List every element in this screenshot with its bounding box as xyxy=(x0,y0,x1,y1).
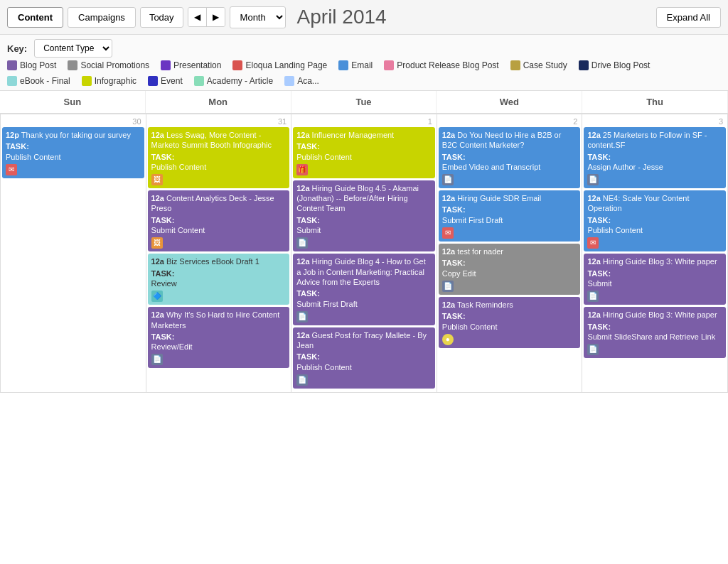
event-time: 12a xyxy=(151,310,164,319)
content-type-select[interactable]: Content Type xyxy=(34,39,112,58)
event-time: 12a xyxy=(151,131,164,139)
legend-color-drive-blog xyxy=(579,60,589,70)
legend-label-eloqua: Eloqua Landing Page xyxy=(245,60,327,70)
doc-icon: 📄 xyxy=(587,174,599,185)
legend-color-infographic xyxy=(82,76,92,86)
event-title: Hiring Guide Blog 4.5 - Akamai (Jonathan… xyxy=(296,184,419,213)
calendar-day-3: 3 12a 25 Marketers to Follow in SF - con… xyxy=(582,114,728,393)
task-name: Submit xyxy=(296,225,432,235)
event-title: Hiring Guide Blog 4 - How to Get a Job i… xyxy=(296,257,426,286)
task-name: Submit xyxy=(587,278,722,288)
legend-color-presentation xyxy=(161,60,171,70)
event-time: 12a xyxy=(296,331,309,340)
legend-product-release: Product Release Blog Post xyxy=(384,60,498,70)
legend-email: Email xyxy=(338,60,373,70)
page-title: April 2014 xyxy=(297,6,645,28)
event-hiring-blog3-slideshare[interactable]: 12a Hiring Guide Blog 3: White paper TAS… xyxy=(584,307,726,358)
legend-presentation: Presentation xyxy=(161,60,221,70)
event-time: 12a xyxy=(587,131,600,139)
task-name: Publish Content xyxy=(6,152,141,162)
key-bar: Key: Content Type Blog Post Social Promo… xyxy=(0,35,728,91)
event-hard-hire[interactable]: 12a Why It's So Hard to Hire Content Mar… xyxy=(148,307,290,368)
event-time: 12a xyxy=(442,131,455,139)
doc-icon: 📄 xyxy=(442,281,454,292)
task-label: TASK: xyxy=(151,332,287,342)
legend-color-social xyxy=(68,60,77,70)
event-guest-post-tracy[interactable]: 12a Guest Post for Tracy Mallete - By Je… xyxy=(293,327,435,389)
legend-case-study: Case Study xyxy=(510,60,567,70)
expand-all-button[interactable]: Expand All xyxy=(656,7,721,28)
event-biz-ebook[interactable]: 12a Biz Services eBook Draft 1 TASK: Rev… xyxy=(148,254,290,305)
event-time: 12a xyxy=(296,257,309,266)
legend-label-case-study: Case Study xyxy=(523,60,567,70)
event-time: 12a xyxy=(151,257,164,266)
header-wed: Wed xyxy=(437,91,582,113)
legend-items: Blog Post Social Promotions Presentation… xyxy=(7,60,721,86)
event-test-nader[interactable]: 12a test for nader TASK: Copy Edit 📄 xyxy=(439,244,581,295)
task-name: Submit First Draft xyxy=(442,215,577,225)
event-title: Hiring Guide Blog 3: White paper xyxy=(603,257,717,266)
event-thank-you-survey[interactable]: 12p Thank you for taking our survey TASK… xyxy=(2,127,144,178)
task-name: Assign Author - Jesse xyxy=(587,162,722,172)
day-number-2: 2 xyxy=(439,116,581,127)
legend-label-drive-blog: Drive Blog Post xyxy=(592,60,651,70)
event-time: 12a xyxy=(587,310,600,319)
task-label: TASK: xyxy=(296,352,432,362)
header-mon: Mon xyxy=(146,91,291,113)
task-label: TASK: xyxy=(296,288,432,298)
tab-content[interactable]: Content xyxy=(7,7,63,28)
event-hiring-blog-4[interactable]: 12a Hiring Guide Blog 4 - How to Get a J… xyxy=(293,254,435,325)
task-name: Publish Content xyxy=(587,225,722,235)
legend-event: Event xyxy=(148,76,183,86)
event-task-reminders[interactable]: 12a Task Reminders TASK: Publish Content… xyxy=(439,297,581,348)
nav-arrows: ◀ ▶ xyxy=(188,7,225,27)
event-25-marketers[interactable]: 12a 25 Marketers to Follow in SF - conte… xyxy=(584,127,726,188)
task-name: Publish Content xyxy=(296,362,432,372)
event-title: Thank you for taking our survey xyxy=(21,131,131,139)
event-time: 12a xyxy=(151,194,164,202)
event-time: 12a xyxy=(296,184,309,192)
event-title: Task Reminders xyxy=(457,300,513,309)
nav-next-button[interactable]: ▶ xyxy=(207,8,225,26)
task-label: TASK: xyxy=(151,269,287,278)
doc-icon: 📄 xyxy=(587,344,599,355)
event-b2b-b2c[interactable]: 12a Do You Need to Hire a B2B or B2C Con… xyxy=(439,127,581,188)
legend-eloqua: Eloqua Landing Page xyxy=(232,60,327,70)
event-hiring-blog3-submit[interactable]: 12a Hiring Guide Blog 3: White paper TAS… xyxy=(584,254,726,305)
nav-prev-button[interactable]: ◀ xyxy=(188,8,207,26)
tab-campaigns[interactable]: Campaigns xyxy=(68,7,136,28)
legend-ebook: eBook - Final xyxy=(7,76,70,86)
email-icon: ✉ xyxy=(442,227,454,239)
task-label: TASK: xyxy=(296,141,432,151)
event-influencer[interactable]: 12a Influencer Management TASK: Publish … xyxy=(293,127,435,178)
legend-color-blog-post xyxy=(7,60,17,70)
event-content-analytics[interactable]: 12a Content Analytics Deck - Jesse Preso… xyxy=(148,190,290,251)
legend-label-infographic: Infographic xyxy=(95,76,136,86)
toolbar: Content Campaigns Today ◀ ▶ Month Week D… xyxy=(0,0,728,35)
task-label: TASK: xyxy=(442,258,577,268)
legend-color-case-study xyxy=(510,60,520,70)
event-less-swag[interactable]: 12a Less Swag, More Content - Marketo Su… xyxy=(148,127,290,188)
preso-icon: 🖼 xyxy=(151,174,163,185)
event-title: Influencer Management xyxy=(312,131,395,139)
event-hiring-blog-45[interactable]: 12a Hiring Guide Blog 4.5 - Akamai (Jona… xyxy=(293,180,435,251)
legend-color-academy xyxy=(194,76,204,86)
month-select[interactable]: Month Week Day xyxy=(230,6,286,28)
header-tue: Tue xyxy=(291,91,437,113)
today-button[interactable]: Today xyxy=(140,7,183,28)
legend-aca: Aca... xyxy=(284,76,319,86)
key-label: Key: xyxy=(7,43,27,54)
calendar-day-2: 2 12a Do You Need to Hire a B2B or B2C C… xyxy=(437,114,583,393)
event-title: Less Swag, More Content - Marketo Summit… xyxy=(151,131,272,149)
task-label: TASK: xyxy=(442,311,577,321)
calendar-day-31: 31 12a Less Swag, More Content - Marketo… xyxy=(146,114,292,393)
event-title: Why It's So Hard to Hire Content Markete… xyxy=(151,310,280,329)
calendar-day-30: 30 12p Thank you for taking our survey T… xyxy=(1,114,146,393)
day-number-1: 1 xyxy=(293,116,435,127)
event-title: Guest Post for Tracy Mallete - By Jean xyxy=(296,331,427,349)
legend-label-social: Social Promotions xyxy=(80,60,149,70)
event-sdr-email[interactable]: 12a Hiring Guide SDR Email TASK: Submit … xyxy=(439,190,581,242)
day-number-3: 3 xyxy=(584,116,726,127)
event-time: 12a xyxy=(587,194,600,202)
event-ne4-scale[interactable]: 12a NE4: Scale Your Content Operation TA… xyxy=(584,190,726,251)
